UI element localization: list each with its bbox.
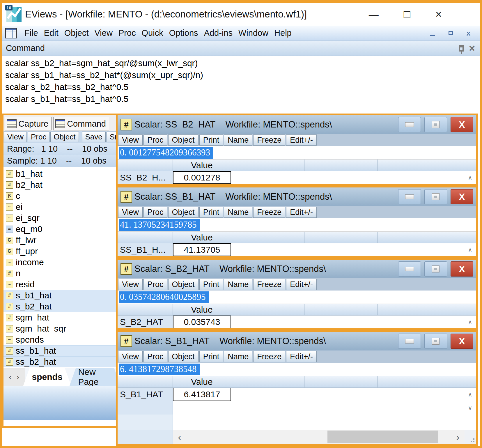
value-edit-row[interactable]: 41. 13705234159785 [118, 218, 476, 232]
list-item[interactable]: ~resid [3, 279, 120, 290]
list-item[interactable]: #b1_hat [3, 168, 120, 179]
value-edit-row[interactable]: 0. 03574280640025895 [118, 291, 476, 304]
value-edit-row[interactable]: 0. 001277548209366393 [118, 146, 476, 160]
view-button[interactable]: View [118, 351, 143, 362]
name-button[interactable]: Name [224, 351, 252, 362]
print-button[interactable]: Print [199, 279, 223, 290]
pin-icon[interactable] [459, 45, 464, 52]
scalar-title-bar[interactable]: # Scalar: SS_B2_HATWorkfile: MENTO::spen… [118, 115, 476, 134]
mdi-minimize-icon[interactable] [430, 35, 435, 36]
name-button[interactable]: Name [224, 134, 252, 146]
value-cell[interactable]: 41.13705 [173, 243, 231, 256]
maximize-icon[interactable]: □ [404, 9, 410, 20]
scroll-up-icon[interactable]: ∧ [466, 388, 474, 401]
print-button[interactable]: Print [199, 207, 223, 218]
restore-button[interactable] [424, 261, 447, 277]
selected-value[interactable]: 41. 13705234159785 [119, 219, 200, 231]
restore-button[interactable] [424, 334, 447, 349]
title-bar[interactable]: 10 EViews - [Workfile: MENTO - (d:\econo… [2, 3, 480, 26]
name-button[interactable]: Name [224, 279, 252, 290]
tab-prev-icon[interactable]: ‹ [9, 373, 12, 382]
command-input-area[interactable]: scalar ss_b2_hat=sgm_hat_sqr/@sum(x_lwr_… [2, 56, 480, 107]
close-button[interactable]: X [451, 189, 473, 204]
edit-button[interactable]: Edit+/- [286, 279, 317, 290]
menu-window[interactable]: Window [235, 28, 271, 38]
list-item-selected[interactable]: #ss_b2_hat [3, 356, 120, 367]
tab-next-icon[interactable]: › [17, 373, 19, 382]
menu-add-ins[interactable]: Add-ins [201, 28, 235, 38]
list-item[interactable]: βc [3, 190, 120, 201]
view-button[interactable]: View [118, 279, 143, 290]
menu-options[interactable]: Options [166, 28, 201, 38]
close-icon[interactable]: × [435, 9, 442, 20]
list-item-selected[interactable]: #s_b2_hat [3, 301, 120, 312]
freeze-button[interactable]: Freeze [253, 279, 285, 290]
freeze-button[interactable]: Freeze [253, 207, 285, 218]
object-button[interactable]: Object [168, 279, 199, 290]
command-panel-button[interactable]: Command [53, 117, 109, 130]
menu-view[interactable]: View [92, 28, 116, 38]
object-button[interactable]: Object [168, 351, 199, 362]
menu-edit[interactable]: Edit [41, 28, 61, 38]
menu-proc[interactable]: Proc [116, 28, 139, 38]
edit-button[interactable]: Edit+/- [286, 134, 317, 146]
menu-quick[interactable]: Quick [139, 28, 166, 38]
command-close-icon[interactable]: × [469, 43, 475, 54]
minimize-button[interactable] [398, 334, 421, 349]
command-panel-header[interactable]: Command × [2, 41, 480, 56]
menu-object[interactable]: Object [61, 28, 92, 38]
scroll-up-icon[interactable]: ∧ [466, 171, 474, 184]
list-item[interactable]: ~ei [3, 201, 120, 213]
list-item[interactable]: =eq_m0 [3, 224, 120, 235]
list-item[interactable]: #b2_hat [3, 179, 120, 190]
print-button[interactable]: Print [199, 134, 223, 146]
scroll-down-icon[interactable]: ∨ [466, 401, 474, 415]
list-item[interactable]: ~income [3, 257, 120, 268]
freeze-button[interactable]: Freeze [253, 134, 285, 146]
tab-spends[interactable]: spends [23, 368, 71, 386]
page-tab-nav[interactable]: ‹ › [3, 368, 25, 386]
horizontal-scrollbar[interactable]: ‹ › [173, 430, 465, 444]
resize-grip[interactable] [465, 430, 476, 444]
selected-value[interactable]: 0. 001277548209366393 [119, 147, 213, 159]
scalar-title-bar[interactable]: # Scalar: S_B1_HATWorkfile: MENTO::spend… [118, 332, 476, 350]
freeze-button[interactable]: Freeze [253, 351, 285, 362]
selected-value[interactable]: 6. 413817298738548 [119, 364, 200, 375]
scalar-title-bar[interactable]: # Scalar: S_B2_HATWorkfile: MENTO::spend… [118, 260, 476, 278]
workfile-system-icon[interactable] [5, 28, 17, 38]
edit-button[interactable]: Edit+/- [286, 207, 317, 218]
close-button[interactable]: X [451, 117, 473, 132]
print-button[interactable]: Print [199, 351, 223, 362]
restore-button[interactable] [424, 189, 447, 204]
edit-button[interactable]: Edit+/- [286, 351, 317, 362]
scroll-left-icon[interactable]: ‹ [173, 432, 186, 442]
minimize-button[interactable] [398, 117, 421, 132]
value-edit-row[interactable]: 6. 413817298738548 [118, 363, 476, 376]
value-cell[interactable]: 6.413817 [173, 388, 231, 401]
workfile-save-button[interactable]: Save [82, 132, 106, 142]
scroll-up-icon[interactable]: ∧ [466, 316, 474, 328]
menu-file[interactable]: File [22, 28, 41, 38]
object-button[interactable]: Object [168, 134, 199, 146]
capture-panel-button[interactable]: Capture [5, 117, 52, 130]
proc-button[interactable]: Proc [143, 134, 167, 146]
mdi-restore-icon[interactable] [449, 31, 453, 35]
list-item[interactable]: #n [3, 268, 120, 279]
scroll-right-icon[interactable]: › [451, 432, 465, 442]
proc-button[interactable]: Proc [143, 279, 167, 290]
workfile-object-button[interactable]: Object [50, 132, 79, 142]
object-button[interactable]: Object [168, 207, 199, 218]
proc-button[interactable]: Proc [143, 207, 167, 218]
view-button[interactable]: View [118, 134, 143, 146]
scalar-title-bar[interactable]: # Scalar: SS_B1_HATWorkfile: MENTO::spen… [118, 187, 476, 206]
selected-value[interactable]: 0. 03574280640025895 [119, 291, 209, 303]
proc-button[interactable]: Proc [143, 351, 167, 362]
restore-button[interactable] [424, 117, 447, 132]
menu-help[interactable]: Help [271, 28, 295, 38]
workfile-proc-button[interactable]: Proc [28, 132, 49, 142]
list-item[interactable]: Gff_upr [3, 246, 120, 257]
value-cell[interactable]: 0.035743 [173, 316, 231, 328]
name-button[interactable]: Name [224, 207, 252, 218]
list-item[interactable]: #sgm_hat_sqr [3, 323, 120, 334]
list-item-selected[interactable]: #ss_b1_hat [3, 345, 120, 356]
